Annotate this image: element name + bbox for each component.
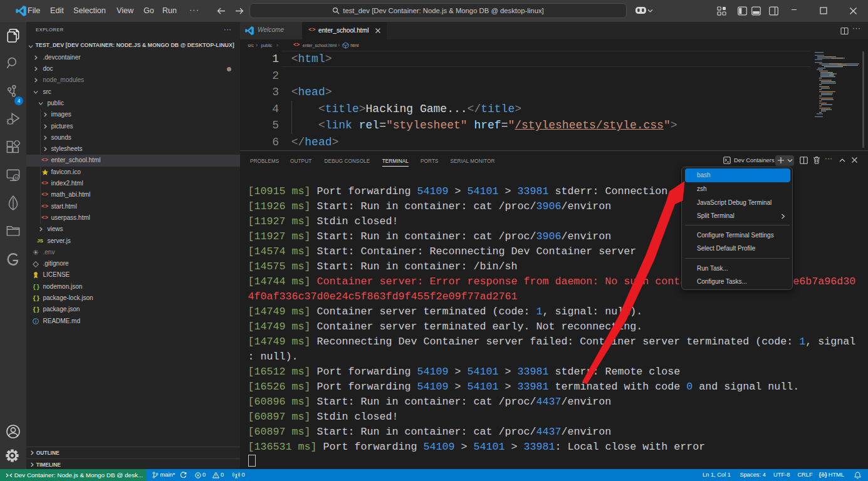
svg-text:ss: ss (14, 175, 18, 180)
